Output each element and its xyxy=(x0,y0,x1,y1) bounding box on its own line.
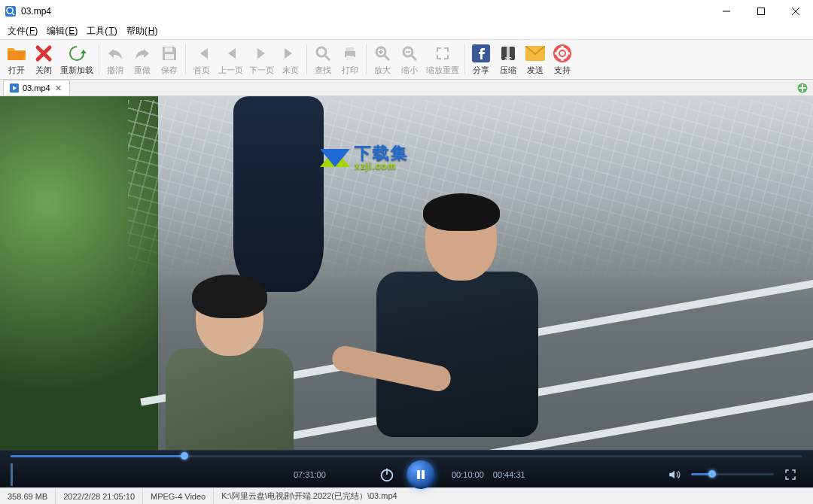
svg-line-19 xyxy=(412,56,416,60)
toolbar-label: 末页 xyxy=(282,65,299,76)
close-button[interactable] xyxy=(778,0,813,23)
volume-slider[interactable] xyxy=(691,473,774,475)
status-date: 2022/2/28 21:05:10 xyxy=(56,488,143,504)
prev-page-icon xyxy=(221,43,242,64)
menubar: 文件(F) 编辑(E) 工具(T) 帮助(H) xyxy=(0,23,813,39)
titlebar-left: 03.mp4 xyxy=(5,5,51,17)
svg-point-9 xyxy=(317,47,326,56)
status-codec: MPEG-4 Video xyxy=(143,488,214,504)
toolbar: 打开 关闭 重新加载 撤消 重做 保存 首页 上一页 下一页 末页 查找 xyxy=(0,39,813,80)
minimize-button[interactable] xyxy=(709,0,744,23)
video-area[interactable]: 下载集 xzji.com xyxy=(0,96,813,450)
close-file-button[interactable]: 关闭 xyxy=(30,41,57,78)
zip-button[interactable]: ZIP 压缩 xyxy=(495,41,522,78)
toolbar-separator xyxy=(464,44,465,74)
toolbar-label: 首页 xyxy=(193,65,210,76)
open-button[interactable]: 打开 xyxy=(3,41,30,78)
toolbar-label: 压缩 xyxy=(500,65,516,76)
status-size: 358.69 MB xyxy=(0,488,56,504)
undo-button[interactable]: 撤消 xyxy=(102,41,129,78)
search-icon xyxy=(312,43,333,64)
toolbar-label: 撤消 xyxy=(107,65,123,76)
reload-button[interactable]: 重新加载 xyxy=(57,41,96,78)
status-path: K:\阿里云盘\电视剧\开端.2022(已完结）\03.mp4 xyxy=(214,488,813,504)
first-page-button[interactable]: 首页 xyxy=(188,41,215,78)
tab-close-button[interactable]: ✕ xyxy=(54,83,63,93)
toolbar-label: 打印 xyxy=(342,65,358,76)
next-page-button[interactable]: 下一页 xyxy=(246,41,277,78)
redo-button[interactable]: 重做 xyxy=(129,41,156,78)
time-total: 00:44:31 xyxy=(493,470,525,479)
zoom-reset-button[interactable]: 缩放重置 xyxy=(423,41,462,78)
toolbar-separator xyxy=(99,44,99,74)
menu-tools[interactable]: 工具(T) xyxy=(82,23,121,39)
save-icon xyxy=(159,43,180,64)
menu-edit[interactable]: 编辑(E) xyxy=(42,23,82,39)
toolbar-label: 查找 xyxy=(315,65,331,76)
toolbar-label: 缩放重置 xyxy=(426,65,459,76)
toolbar-label: 上一页 xyxy=(218,65,243,76)
svg-rect-33 xyxy=(422,470,425,479)
folder-open-icon xyxy=(6,43,27,64)
print-button[interactable]: 打印 xyxy=(336,41,364,78)
window-title: 03.mp4 xyxy=(21,6,51,17)
mail-icon xyxy=(525,43,546,64)
zoom-reset-icon xyxy=(432,43,453,64)
watermark-text-en: xzji.com xyxy=(355,162,409,171)
toolbar-label: 支持 xyxy=(554,65,571,76)
redo-icon xyxy=(132,43,153,64)
zoom-out-button[interactable]: 缩小 xyxy=(396,41,423,78)
tab-add-button[interactable] xyxy=(796,82,808,94)
zoom-out-icon xyxy=(399,43,420,64)
power-stop-button[interactable] xyxy=(378,466,396,484)
titlebar: 03.mp4 xyxy=(0,0,813,23)
tab-label: 03.mp4 xyxy=(23,83,50,93)
watermark: 下载集 xzji.com xyxy=(320,143,409,173)
volume-button[interactable] xyxy=(665,466,684,484)
zoom-in-button[interactable]: 放大 xyxy=(369,41,396,78)
reload-icon xyxy=(66,43,87,64)
toolbar-label: 重做 xyxy=(134,65,151,76)
svg-line-10 xyxy=(325,56,330,60)
maximize-button[interactable] xyxy=(744,0,778,23)
svg-rect-12 xyxy=(346,47,354,51)
svg-line-15 xyxy=(385,56,389,60)
video-file-icon xyxy=(10,83,19,93)
player-controls: 07:31:00 00:10:00 00:44:31 xyxy=(0,450,813,487)
svg-rect-4 xyxy=(758,8,765,15)
zip-icon: ZIP xyxy=(498,43,519,64)
toolbar-label: 发送 xyxy=(527,65,544,76)
facebook-icon xyxy=(470,43,492,64)
fullscreen-button[interactable] xyxy=(781,466,799,484)
find-button[interactable]: 查找 xyxy=(309,41,336,78)
statusbar: 358.69 MB 2022/2/28 21:05:10 MPEG-4 Vide… xyxy=(0,487,813,504)
play-pause-button[interactable] xyxy=(406,460,435,489)
toolbar-separator xyxy=(185,44,186,74)
share-button[interactable]: 分享 xyxy=(467,41,495,78)
send-button[interactable]: 发送 xyxy=(522,41,549,78)
menu-file[interactable]: 文件(F) xyxy=(3,23,42,39)
window-controls xyxy=(709,0,813,23)
last-page-button[interactable]: 末页 xyxy=(277,41,304,78)
save-button[interactable]: 保存 xyxy=(156,41,183,78)
next-page-icon xyxy=(251,43,273,64)
app-icon xyxy=(5,5,17,17)
toolbar-label: 放大 xyxy=(374,65,391,76)
close-x-icon xyxy=(33,43,54,64)
toolbar-label: 重新加载 xyxy=(60,65,93,76)
toolbar-label: 关闭 xyxy=(35,65,52,76)
tab-file[interactable]: 03.mp4 ✕ xyxy=(3,80,70,96)
svg-rect-8 xyxy=(165,54,174,59)
svg-rect-13 xyxy=(346,56,354,60)
chapter-marker xyxy=(11,463,13,486)
zoom-in-icon xyxy=(372,43,393,64)
toolbar-label: 保存 xyxy=(161,65,178,76)
first-page-icon xyxy=(191,43,212,64)
menu-help[interactable]: 帮助(H) xyxy=(122,23,163,39)
tabbar: 03.mp4 ✕ xyxy=(0,80,813,96)
undo-icon xyxy=(105,43,126,64)
toolbar-separator xyxy=(366,44,367,74)
toolbar-label: 缩小 xyxy=(401,65,418,76)
prev-page-button[interactable]: 上一页 xyxy=(215,41,246,78)
support-button[interactable]: 支持 xyxy=(549,41,576,78)
